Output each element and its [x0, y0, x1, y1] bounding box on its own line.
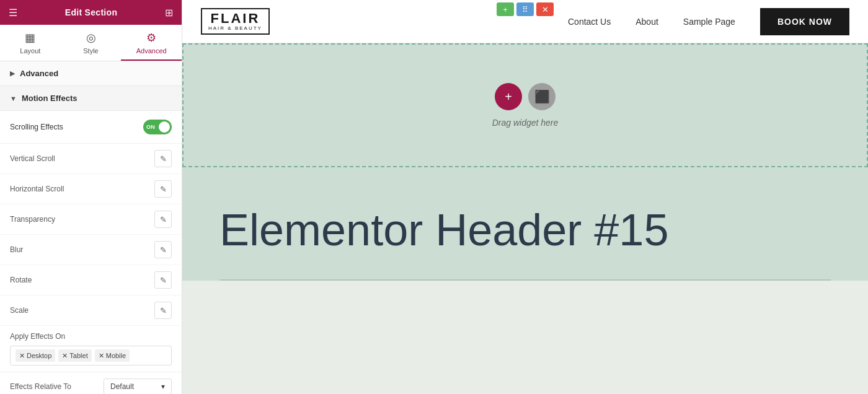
vertical-scroll-row: Vertical Scroll ✎ — [0, 144, 182, 174]
tag-desktop: ✕ Desktop — [16, 349, 55, 362]
select-arrow-icon: ▾ — [161, 382, 165, 391]
section-divider — [219, 279, 831, 281]
tag-tablet-label: Tablet — [69, 352, 87, 359]
tag-tablet: ✕ Tablet — [58, 349, 91, 362]
vertical-scroll-edit-button[interactable]: ✎ — [154, 150, 172, 167]
scrolling-effects-row: Scrolling Effects ON — [0, 111, 182, 144]
tag-tablet-x-icon[interactable]: ✕ — [62, 352, 68, 360]
folder-widget-button[interactable]: ⬛ — [528, 83, 556, 110]
motion-effects-title: Motion Effects — [22, 94, 78, 103]
horizontal-scroll-edit-button[interactable]: ✎ — [154, 180, 172, 198]
apply-effects-tags-input[interactable]: ✕ Desktop ✕ Tablet ✕ Mobile — [10, 346, 172, 366]
panel-title: Edit Section — [65, 7, 118, 17]
rotate-row: Rotate ✎ — [0, 265, 182, 296]
nav-links: Contact Us About Sample Page BOOK NOW — [568, 8, 849, 35]
motion-arrow-icon: ▼ — [10, 95, 17, 102]
scale-edit-button[interactable]: ✎ — [154, 302, 172, 319]
add-widget-button[interactable]: + — [495, 83, 522, 110]
style-tab-icon: ◎ — [86, 31, 96, 45]
transparency-edit-button[interactable]: ✎ — [154, 211, 172, 228]
top-nav: + ⠿ ✕ FLAIR HAIR & BEAUTY Contact Us Abo… — [182, 0, 868, 43]
scrolling-effects-toggle[interactable]: ON — [143, 120, 172, 134]
logo-sub: HAIR & BEAUTY — [208, 25, 262, 31]
effects-relative-row: Effects Relative To Default ▾ — [0, 372, 182, 394]
tag-mobile-label: Mobile — [106, 352, 126, 359]
layout-tab-icon: ▦ — [25, 31, 35, 45]
motion-effects-section: ▼ Motion Effects Scrolling Effects ON Ve… — [0, 86, 182, 394]
scale-label: Scale — [10, 306, 29, 315]
blur-pencil-icon: ✎ — [160, 245, 167, 255]
tag-mobile: ✕ Mobile — [95, 349, 130, 362]
apply-effects-label: Apply Effects On — [10, 332, 172, 341]
hamburger-icon[interactable]: ☰ — [9, 7, 17, 19]
rotate-edit-button[interactable]: ✎ — [154, 271, 172, 289]
widget-controls: + ⬛ — [495, 83, 556, 110]
nav-link-contact[interactable]: Contact Us — [568, 17, 611, 27]
tab-advanced-label: Advanced — [136, 47, 167, 55]
effects-relative-select[interactable]: Default ▾ — [104, 379, 172, 394]
tag-desktop-label: Desktop — [27, 352, 51, 359]
book-now-button[interactable]: BOOK NOW — [760, 8, 849, 35]
scale-pencil-icon: ✎ — [160, 306, 167, 315]
rotate-label: Rotate — [10, 276, 32, 284]
rotate-pencil-icon: ✎ — [160, 276, 167, 285]
panel-header: ☰ Edit Section ⊞ — [0, 0, 182, 25]
tab-advanced[interactable]: ⚙ Advanced — [121, 25, 182, 61]
tag-mobile-x-icon[interactable]: ✕ — [99, 352, 104, 360]
drag-hint: Drag widget here — [492, 118, 559, 128]
blur-label: Blur — [10, 245, 23, 254]
canvas-content: + ⬛ Drag widget here Elementor Header #1… — [182, 43, 868, 394]
horizontal-scroll-pencil-icon: ✎ — [160, 185, 167, 194]
toggle-thumb — [159, 121, 170, 133]
scale-row: Scale ✎ — [0, 296, 182, 326]
nav-link-about[interactable]: About — [636, 17, 658, 27]
tab-style-label: Style — [83, 47, 98, 55]
transparency-label: Transparency — [10, 215, 55, 224]
horizontal-scroll-label: Horizontal Scroll — [10, 185, 64, 193]
toolbar-add-button[interactable]: + — [497, 2, 514, 16]
apply-effects-row: Apply Effects On ✕ Desktop ✕ Tablet ✕ Mo… — [0, 326, 182, 372]
advanced-arrow-icon: ▶ — [10, 69, 15, 77]
nav-toolbar: + ⠿ ✕ — [497, 2, 554, 16]
tab-style[interactable]: ◎ Style — [61, 25, 122, 61]
toolbar-grid-button[interactable]: ⠿ — [516, 2, 534, 16]
scrolling-effects-label: Scrolling Effects — [10, 123, 63, 131]
toggle-on-label: ON — [146, 124, 155, 130]
blur-edit-button[interactable]: ✎ — [154, 241, 172, 258]
main-heading: Elementor Header #15 — [219, 204, 831, 256]
advanced-section-title: Advanced — [20, 69, 58, 78]
blur-row: Blur ✎ — [0, 235, 182, 265]
logo-area: FLAIR HAIR & BEAUTY — [201, 8, 270, 35]
motion-effects-content: Scrolling Effects ON Vertical Scroll ✎ H… — [0, 111, 182, 394]
vertical-scroll-pencil-icon: ✎ — [160, 154, 167, 164]
toolbar-close-button[interactable]: ✕ — [536, 2, 554, 16]
vertical-scroll-label: Vertical Scroll — [10, 154, 55, 163]
advanced-section-row[interactable]: ▶ Advanced — [0, 61, 182, 86]
tabs-row: ▦ Layout ◎ Style ⚙ Advanced — [0, 25, 182, 61]
heading-section: Elementor Header #15 — [182, 167, 868, 281]
right-canvas: + ⠿ ✕ FLAIR HAIR & BEAUTY Contact Us Abo… — [182, 0, 868, 394]
motion-effects-header[interactable]: ▼ Motion Effects — [0, 86, 182, 111]
grid-icon[interactable]: ⊞ — [165, 7, 173, 19]
logo-box: FLAIR HAIR & BEAUTY — [201, 8, 270, 35]
effects-relative-label: Effects Relative To — [10, 382, 71, 391]
effects-relative-value: Default — [110, 382, 134, 391]
advanced-tab-icon: ⚙ — [146, 31, 156, 45]
tab-layout[interactable]: ▦ Layout — [0, 25, 61, 61]
transparency-pencil-icon: ✎ — [160, 215, 167, 224]
widget-drop-section[interactable]: + ⬛ Drag widget here — [182, 43, 868, 167]
tag-x-icon[interactable]: ✕ — [19, 352, 25, 360]
logo-main: FLAIR — [208, 12, 262, 25]
nav-link-sample[interactable]: Sample Page — [683, 17, 735, 27]
transparency-row: Transparency ✎ — [0, 204, 182, 235]
left-panel: ☰ Edit Section ⊞ ▦ Layout ◎ Style ⚙ Adva… — [0, 0, 182, 394]
tab-layout-label: Layout — [20, 47, 40, 55]
horizontal-scroll-row: Horizontal Scroll ✎ — [0, 174, 182, 204]
